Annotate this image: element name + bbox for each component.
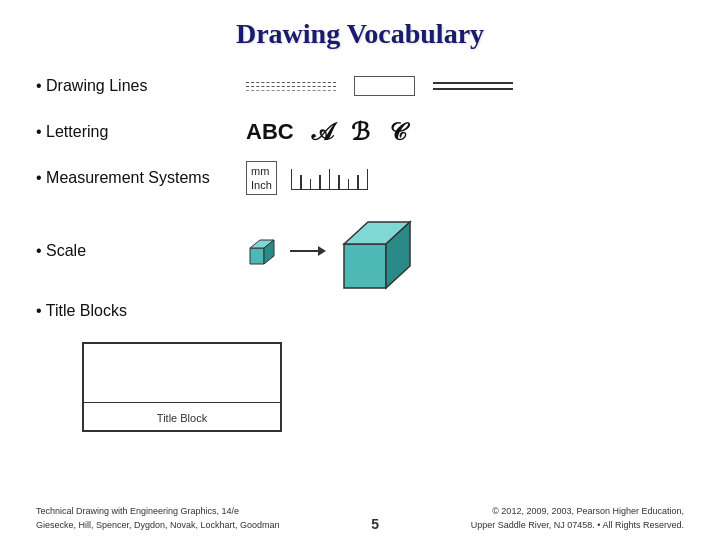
dashed-line-sample [246, 82, 336, 91]
dashed-line-extra [246, 90, 336, 91]
abc-text: ABC [246, 119, 294, 145]
hand-letter-1: 𝒜 [312, 118, 333, 146]
tick-1 [291, 169, 293, 189]
dashed-line-top [246, 82, 336, 83]
drawing-lines-row: • Drawing Lines [36, 68, 684, 104]
footer-right-line1: © 2012, 2009, 2003, Pearson Higher Educa… [471, 505, 684, 519]
tick-5 [329, 169, 331, 189]
lettering-samples: ABC 𝒜 ℬ 𝒞 [246, 118, 406, 146]
footer-right-line2: Upper Saddle River, NJ 07458. • All Righ… [471, 519, 684, 533]
lettering-row: • Lettering ABC 𝒜 ℬ 𝒞 [36, 114, 684, 150]
small-cube [246, 234, 280, 268]
measurement-samples: mm Inch [246, 161, 368, 196]
title-blocks-label: • Title Blocks [36, 302, 236, 320]
title-block-label: Title Block [157, 412, 207, 424]
tick-7 [348, 179, 350, 189]
mm-inch-box: mm Inch [246, 161, 277, 196]
measurement-label: • Measurement Systems [36, 169, 236, 187]
hand-letter-2: ℬ [351, 118, 370, 146]
arrow-head [318, 246, 326, 256]
tick-8 [357, 175, 359, 189]
footer-left: Technical Drawing with Engineering Graph… [36, 505, 280, 532]
footer-page-number: 5 [371, 516, 379, 532]
hand-letter-3: 𝒞 [388, 118, 406, 146]
svg-marker-0 [250, 248, 264, 264]
bracket-line-sample [354, 76, 415, 96]
svg-marker-3 [344, 244, 386, 288]
scale-row: • Scale [36, 206, 684, 296]
tick-3 [310, 179, 312, 189]
ruler-ticks [291, 166, 369, 190]
double-line-sample [433, 82, 513, 90]
tick-4 [319, 175, 321, 189]
tick-2 [300, 175, 302, 189]
arrow-body [290, 250, 318, 252]
page-title: Drawing Vocabulary [36, 18, 684, 50]
bracket-right [412, 76, 415, 96]
footer-left-line1: Technical Drawing with Engineering Graph… [36, 505, 280, 519]
lettering-label: • Lettering [36, 123, 236, 141]
tick-6 [338, 175, 340, 189]
title-block-inner: Title Block [84, 402, 280, 430]
footer: Technical Drawing with Engineering Graph… [36, 505, 684, 532]
mm-label: mm [251, 164, 272, 178]
double-line-1 [433, 82, 513, 84]
inch-label: Inch [251, 178, 272, 192]
double-line-2 [433, 88, 513, 90]
scale-arrow [290, 246, 326, 256]
bracket-middle [357, 76, 412, 96]
title-block-container: Title Block [72, 342, 684, 432]
page: Drawing Vocabulary • Drawing Lines [0, 0, 720, 540]
tick-9 [367, 169, 369, 189]
big-cube [336, 206, 426, 296]
title-block-box: Title Block [82, 342, 282, 432]
measurement-row: • Measurement Systems mm Inch [36, 160, 684, 196]
dashed-line-bottom [246, 86, 336, 87]
footer-left-line2: Giesecke, Hill, Spencer, Dygdon, Novak, … [36, 519, 280, 533]
line-samples [246, 76, 513, 96]
footer-right: © 2012, 2009, 2003, Pearson Higher Educa… [471, 505, 684, 532]
scale-label: • Scale [36, 242, 236, 260]
scale-content [246, 206, 426, 296]
drawing-lines-label: • Drawing Lines [36, 77, 236, 95]
title-blocks-row: • Title Blocks [36, 302, 684, 338]
